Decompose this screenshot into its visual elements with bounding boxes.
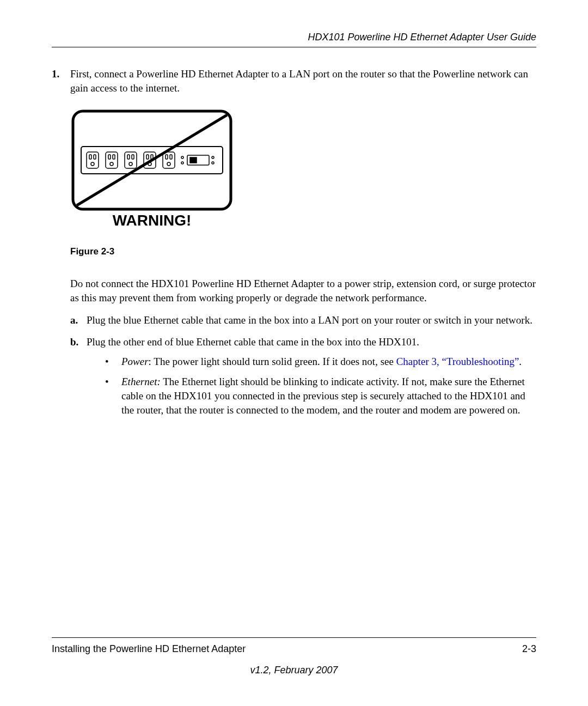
bullet-item-ethernet: • Ethernet: The Ethernet light should be… [105,375,536,417]
main-ordered-list: 1. First, connect a Powerline HD Etherne… [52,67,536,95]
bullet-list: • Power: The power light should turn sol… [105,355,536,417]
sub-marker-a: a. [70,313,87,327]
footer-row: Installing the Powerline HD Ethernet Ada… [52,642,536,655]
svg-rect-8 [113,155,115,159]
power-text-after: . [519,356,522,367]
svg-point-24 [181,156,183,159]
sub-marker-b: b. [70,335,87,423]
warning-paragraph: Do not connect the HDX101 Powerline HD E… [70,277,536,305]
svg-rect-7 [108,155,111,159]
warning-text: WARNING! [113,212,192,229]
sub-ordered-list: a. Plug the blue Ethernet cable that cam… [70,313,536,423]
bullet-power-content: Power: The power light should turn solid… [121,355,536,369]
ethernet-text: The Ethernet light should be blinking to… [121,376,525,415]
header-title: HDX101 Powerline HD Ethernet Adapter Use… [308,32,536,42]
page-footer: Installing the Powerline HD Ethernet Ada… [52,637,536,677]
bullet-item-power: • Power: The power light should turn sol… [105,355,536,369]
svg-point-5 [91,162,94,166]
svg-point-27 [212,162,214,164]
sub-text-a: Plug the blue Ethernet cable that came i… [87,313,536,327]
troubleshooting-link[interactable]: Chapter 3, “Troubleshooting” [396,356,519,367]
svg-point-25 [181,162,183,164]
footer-page-number: 2-3 [522,642,536,655]
figure-area: WARNING! [70,108,536,233]
svg-rect-23 [190,157,197,163]
svg-point-13 [129,162,132,166]
sub-text-b: Plug the other end of blue Ethernet cabl… [87,336,419,348]
footer-left: Installing the Powerline HD Ethernet Ada… [52,642,246,655]
bullet-ethernet-content: Ethernet: The Ethernet light should be b… [121,375,536,417]
svg-rect-12 [132,155,134,159]
figure-caption: Figure 2-3 [70,246,536,258]
bullet-marker: • [105,355,121,369]
svg-rect-20 [170,155,172,159]
svg-rect-15 [146,155,149,159]
svg-point-26 [212,156,214,159]
page-header: HDX101 Powerline HD Ethernet Adapter Use… [52,31,536,47]
list-number: 1. [52,67,70,95]
svg-rect-3 [89,155,91,159]
power-label: Power [121,356,149,367]
sub-item-a: a. Plug the blue Ethernet cable that cam… [70,313,536,327]
power-text-before: : The power light should turn solid gree… [149,356,396,367]
sub-item-b: b. Plug the other end of blue Ethernet c… [70,335,536,423]
list-item-text: First, connect a Powerline HD Ethernet A… [70,67,536,95]
sub-content-b: Plug the other end of blue Ethernet cabl… [87,335,536,423]
ethernet-label: Ethernet: [121,376,161,387]
footer-version: v1.2, February 2007 [52,664,536,677]
svg-rect-4 [94,155,96,159]
svg-point-9 [110,162,113,166]
svg-rect-11 [127,155,130,159]
svg-rect-19 [166,155,168,159]
svg-point-21 [167,162,170,166]
power-strip-warning-figure: WARNING! [70,108,234,229]
bullet-marker: • [105,375,121,417]
list-item-1: 1. First, connect a Powerline HD Etherne… [52,67,536,95]
